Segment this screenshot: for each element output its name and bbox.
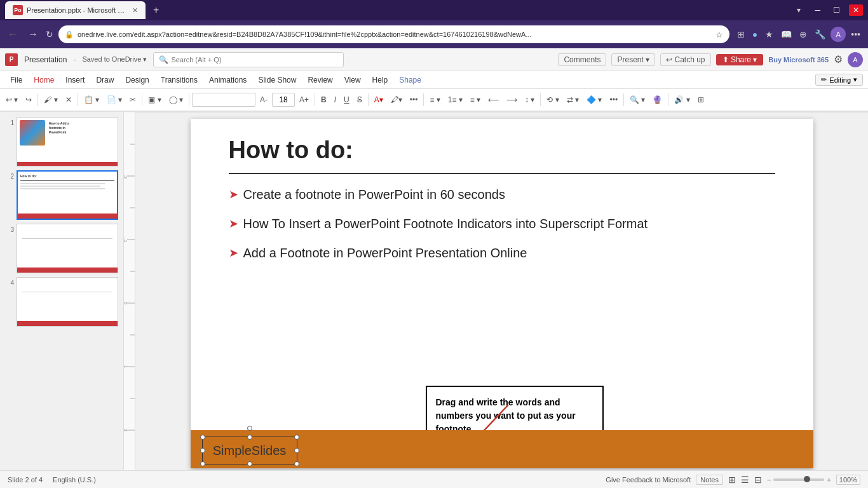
present-button[interactable]: Present ▾ xyxy=(611,53,655,66)
menu-slideshow[interactable]: Slide Show xyxy=(253,74,301,86)
favorites-button[interactable]: ★ xyxy=(763,27,776,42)
font-name-selector[interactable] xyxy=(192,93,255,107)
menu-home[interactable]: Home xyxy=(29,74,59,86)
extensions2-button[interactable]: 🔧 xyxy=(812,27,828,42)
shapes-button[interactable]: ◯ ▾ xyxy=(166,93,186,106)
selection-box[interactable]: SimpleSlides xyxy=(202,437,297,464)
share-button[interactable]: ⬆ Share ▾ xyxy=(716,54,764,65)
font-size-up-button[interactable]: A+ xyxy=(296,93,312,106)
url-bar[interactable]: 🔒 onedrive.live.com/edit.aspx?action=edi… xyxy=(58,25,729,43)
numbered-list-button[interactable]: 1≡ ▾ xyxy=(445,93,466,106)
tab-close-button[interactable]: ✕ xyxy=(132,6,138,15)
menu-draw[interactable]: Draw xyxy=(91,74,119,86)
bookmark-icon[interactable]: ☆ xyxy=(715,30,723,39)
new-tab-button[interactable]: + xyxy=(153,4,159,16)
bold-button[interactable]: B xyxy=(318,93,330,106)
menu-view[interactable]: View xyxy=(339,74,366,86)
text-box-button[interactable]: ▣ ▾ xyxy=(145,93,164,106)
zoom-slider[interactable] xyxy=(773,478,824,481)
slide-thumbnail-1[interactable]: How to Add afootnote inPowerPoint xyxy=(17,117,118,166)
smart-art-button[interactable]: 🔮 xyxy=(649,93,665,106)
redo-button[interactable]: ↪ xyxy=(22,93,35,106)
menu-insert[interactable]: Insert xyxy=(60,74,90,86)
search-input[interactable] xyxy=(171,56,338,64)
resize-handle-tc[interactable] xyxy=(247,435,252,440)
menu-shape[interactable]: Shape xyxy=(394,74,426,86)
bullet-text-3[interactable]: Add a Footnote in PowerPoint Presentatio… xyxy=(243,244,775,262)
tab-overflow-button[interactable]: ▾ xyxy=(797,6,801,15)
resize-handle-tl[interactable] xyxy=(200,435,205,440)
audio-button[interactable]: 🔊 ▾ xyxy=(671,93,693,106)
bullet-item-1[interactable]: ➤ Create a footnote in PowerPoint in 60 … xyxy=(229,186,775,203)
normal-view-button[interactable]: ⊞ xyxy=(728,475,736,485)
paste-button[interactable]: 📋 ▾ xyxy=(81,93,102,106)
user-profile-avatar[interactable]: A xyxy=(831,27,846,42)
menu-transitions[interactable]: Transitions xyxy=(156,74,203,86)
convert-button[interactable]: ⇄ ▾ xyxy=(564,93,582,106)
feedback-link[interactable]: Give Feedback to Microsoft xyxy=(606,476,691,484)
maximize-button[interactable]: ☐ xyxy=(829,4,844,16)
zoom-out-button[interactable]: − xyxy=(767,476,771,484)
more-font-button[interactable]: ••• xyxy=(407,93,421,106)
italic-button[interactable]: I xyxy=(331,93,339,106)
bullet-text-1[interactable]: Create a footnote in PowerPoint in 60 se… xyxy=(243,186,775,203)
increase-indent-button[interactable]: ⟶ xyxy=(503,93,520,106)
resize-handle-ml[interactable] xyxy=(200,448,205,453)
text-align-button[interactable]: ≡ ▾ xyxy=(467,93,484,106)
bullet-item-2[interactable]: ➤ How To Insert a PowerPoint Footnote In… xyxy=(229,215,775,233)
close-button[interactable]: ✕ xyxy=(849,4,863,16)
font-size-input[interactable] xyxy=(272,93,295,107)
outline-view-button[interactable]: ☰ xyxy=(741,475,749,485)
menu-design[interactable]: Design xyxy=(120,74,154,86)
back-button[interactable]: ← xyxy=(5,26,20,43)
more-options-button[interactable]: ••• xyxy=(848,27,863,42)
search-box[interactable]: 🔍 xyxy=(153,52,344,67)
simpleslides-label[interactable]: SimpleSlides xyxy=(213,444,287,458)
user-avatar[interactable]: A xyxy=(848,52,863,67)
settings-icon[interactable]: ⚙ xyxy=(834,53,843,65)
resize-handle-bc[interactable] xyxy=(247,461,252,466)
comments-button[interactable]: Comments xyxy=(558,53,606,66)
slide-thumbnail-2[interactable]: How to do: xyxy=(17,170,118,220)
text-color-button[interactable]: A▾ xyxy=(371,93,386,106)
resize-handle-br[interactable] xyxy=(294,461,299,466)
clear-format-button[interactable]: ✕ xyxy=(62,93,75,106)
slide-sorter-button[interactable]: ⊟ xyxy=(754,475,762,485)
cut-button[interactable]: ✂ xyxy=(126,93,139,106)
highlight-button[interactable]: 🖍▾ xyxy=(388,93,405,106)
bullet-item-3[interactable]: ➤ Add a Footnote in PowerPoint Presentat… xyxy=(229,244,775,262)
minimize-button[interactable]: ─ xyxy=(811,4,824,16)
find-replace-button[interactable]: 🔍 ▾ xyxy=(627,93,648,106)
menu-help[interactable]: Help xyxy=(367,74,393,86)
more-tools-button[interactable]: ••• xyxy=(606,93,621,106)
zoom-slider-thumb[interactable] xyxy=(804,476,810,482)
line-spacing-button[interactable]: ↕ ▾ xyxy=(522,93,538,106)
menu-animations[interactable]: Animations xyxy=(204,74,252,86)
slide-title[interactable]: How to do: xyxy=(229,137,353,164)
slide-thumbnail-4[interactable] xyxy=(17,277,118,327)
extensions-button[interactable]: ⊞ xyxy=(735,27,747,42)
undo-button[interactable]: ↩ ▾ xyxy=(3,93,21,106)
slide-thumbnail-3[interactable] xyxy=(17,224,118,273)
zoom-in-button[interactable]: + xyxy=(827,476,831,484)
bullet-text-2[interactable]: How To Insert a PowerPoint Footnote Indi… xyxy=(243,215,775,233)
decrease-indent-button[interactable]: ⟵ xyxy=(485,93,502,106)
copy-button[interactable]: 📄 ▾ xyxy=(104,93,125,106)
profile-button[interactable]: ● xyxy=(750,27,760,42)
resize-handle-bl[interactable] xyxy=(200,461,205,466)
bullet-list-button[interactable]: ≡ ▾ xyxy=(426,93,443,106)
buy-m365-link[interactable]: Buy Microsoft 365 xyxy=(768,56,829,64)
resize-handle-mr[interactable] xyxy=(294,448,299,453)
forward-button[interactable]: → xyxy=(25,26,41,43)
zoom-control[interactable]: − + xyxy=(767,476,831,484)
menu-review[interactable]: Review xyxy=(302,74,337,86)
resize-handle-tr[interactable] xyxy=(294,435,299,440)
menu-file[interactable]: File xyxy=(5,74,27,86)
expand-button[interactable]: ⊞ xyxy=(695,93,707,106)
shape-fill-button[interactable]: 🔷 ▾ xyxy=(583,93,605,106)
strikethrough-button[interactable]: S xyxy=(354,93,365,106)
underline-button[interactable]: U xyxy=(341,93,353,106)
browser-tab[interactable]: Po Presentation.pptx - Microsoft Po... ✕ xyxy=(5,1,146,19)
rotation-handle[interactable] xyxy=(247,426,252,431)
slide-canvas-wrapper[interactable]: How to do: ➤ Create a footnote in PowerP… xyxy=(135,112,868,470)
